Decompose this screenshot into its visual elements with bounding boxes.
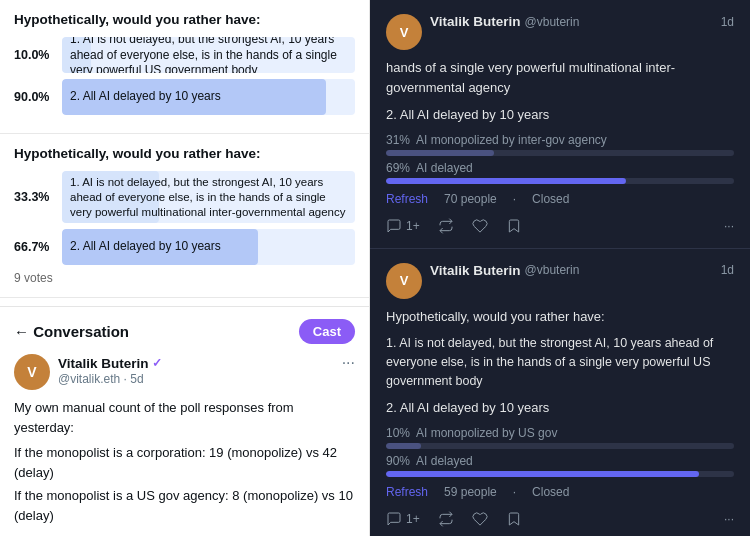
user-info: Vitalik Buterin ✓ ··· @vitalik.eth · 5d	[58, 354, 355, 386]
tweet-2-intro: Hypothetically, would you rather have:	[386, 307, 734, 327]
tweet-1-bar-1	[386, 150, 494, 156]
poll-option-text-1-1: 1. AI is not delayed, but the strongest …	[70, 37, 347, 73]
tweet-2-option2: 2. All AI delayed by 10 years	[386, 398, 734, 418]
tweet-1-actions: 1+ ···	[386, 214, 734, 234]
tweet-1-poll-label-2: 69% AI delayed	[386, 161, 734, 175]
tweet-2-poll-closed: Closed	[532, 485, 569, 499]
tweet-2-actions: 1+ ···	[386, 507, 734, 527]
poll-pct-2-1: 33.3%	[14, 190, 56, 204]
tweet-1-avatar: V	[386, 14, 422, 50]
poll-question-2: Hypothetically, would you rather have:	[14, 146, 355, 161]
tweet-1-poll-opt-1: 31% AI monopolized by inter-gov agency	[386, 133, 734, 156]
tweet-2-retweet-btn[interactable]	[438, 511, 454, 527]
tweet-2-poll-label-2: 90% AI delayed	[386, 454, 734, 468]
tweet-1-option2: 2. All AI delayed by 10 years	[386, 105, 734, 125]
poll-option-text-2-1: 1. AI is not delayed, but the strongest …	[70, 175, 347, 220]
poll-option-2-2: 66.7% 2. All AI delayed by 10 years	[14, 229, 355, 265]
conversation-header: ← Conversation Cast	[14, 319, 355, 344]
tweet-2-user-info: Vitalik Buterin @vbuterin 1d	[430, 263, 734, 278]
tweet-1-bar-wrap-1	[386, 150, 734, 156]
right-panel: V Vitalik Buterin @vbuterin 1d hands of …	[370, 0, 750, 536]
tweet-1-refresh-row: Refresh 70 people · Closed	[386, 192, 734, 206]
tweet-1-more-btn[interactable]: ···	[724, 219, 734, 233]
tweet-2-bar-2	[386, 471, 699, 477]
tweet-2-bar-wrap-1	[386, 443, 734, 449]
poll-pct-1-2: 90.0%	[14, 90, 56, 104]
poll-pct-1-1: 10.0%	[14, 48, 56, 62]
poll-section-2: Hypothetically, would you rather have: 3…	[0, 134, 369, 298]
user-name-row: Vitalik Buterin ✓ ···	[58, 354, 355, 372]
tweet-1-username: Vitalik Buterin	[430, 14, 521, 29]
poll-pct-2-2: 66.7%	[14, 240, 56, 254]
tweet-2-option1: 1. AI is not delayed, but the strongest …	[386, 334, 734, 390]
verified-icon: ✓	[152, 356, 162, 370]
tweet-2-reply-btn[interactable]: 1+	[386, 511, 420, 527]
tweet-2-poll: 10% AI monopolized by US gov 90% AI dela…	[386, 426, 734, 477]
tweet-2-refresh-row: Refresh 59 people · Closed	[386, 485, 734, 499]
tweet-1-retweet-btn[interactable]	[438, 218, 454, 234]
conversation-section: ← Conversation Cast V Vitalik Buterin ✓ …	[0, 306, 369, 536]
tweet-1-poll: 31% AI monopolized by inter-gov agency 6…	[386, 133, 734, 184]
convo-text-2: If the monopolist is a corporation: 19 (…	[14, 443, 355, 482]
tweet-1-user-info: Vitalik Buterin @vbuterin 1d	[430, 14, 734, 29]
tweet-2-bar-wrap-2	[386, 471, 734, 477]
tweet-1-time: 1d	[721, 15, 734, 29]
tweet-2-handle: @vbuterin	[525, 263, 580, 277]
tweet-card-1: V Vitalik Buterin @vbuterin 1d hands of …	[370, 0, 750, 249]
poll-question-1: Hypothetically, would you rather have:	[14, 12, 355, 27]
tweet-2-username: Vitalik Buterin	[430, 263, 521, 278]
tweet-1-poll-closed: Closed	[532, 192, 569, 206]
user-handle: @vitalik.eth · 5d	[58, 372, 355, 386]
avatar: V	[14, 354, 50, 390]
tweet-1-like-btn[interactable]	[472, 218, 488, 234]
convo-user-row: V Vitalik Buterin ✓ ··· @vitalik.eth · 5…	[14, 354, 355, 390]
poll-bar-wrap-2-2: 2. All AI delayed by 10 years	[62, 229, 355, 265]
tweet-1-poll-opt-2: 69% AI delayed	[386, 161, 734, 184]
poll-section-1: Hypothetically, would you rather have: 1…	[0, 0, 369, 134]
poll-option-text-1-2: 2. All AI delayed by 10 years	[70, 89, 347, 105]
more-options-button[interactable]: ···	[342, 354, 355, 372]
poll-option-1-2: 90.0% 2. All AI delayed by 10 years	[14, 79, 355, 115]
tweet-1-reply-btn[interactable]: 1+	[386, 218, 420, 234]
convo-text-1: My own manual count of the poll response…	[14, 398, 355, 437]
tweet-1-poll-count: 70 people	[444, 192, 497, 206]
tweet-1-refresh-link[interactable]: Refresh	[386, 192, 428, 206]
tweet-2-like-btn[interactable]	[472, 511, 488, 527]
poll-option-text-2-2: 2. All AI delayed by 10 years	[70, 239, 347, 255]
tweet-2-refresh-link[interactable]: Refresh	[386, 485, 428, 499]
tweet-1-bar-2	[386, 178, 626, 184]
poll-bar-wrap-1-2: 2. All AI delayed by 10 years	[62, 79, 355, 115]
tweet-2-poll-opt-2: 90% AI delayed	[386, 454, 734, 477]
tweet-card-2: V Vitalik Buterin @vbuterin 1d Hypotheti…	[370, 249, 750, 537]
tweet-2-poll-label-1: 10% AI monopolized by US gov	[386, 426, 734, 440]
tweet-2-header: V Vitalik Buterin @vbuterin 1d	[386, 263, 734, 299]
poll-option-2-1: 33.3% 1. AI is not delayed, but the stro…	[14, 171, 355, 223]
tweet-2-poll-opt-1: 10% AI monopolized by US gov	[386, 426, 734, 449]
cast-button[interactable]: Cast	[299, 319, 355, 344]
tweet-1-header: V Vitalik Buterin @vbuterin 1d	[386, 14, 734, 50]
tweet-1-poll-status: ·	[513, 192, 516, 206]
poll-bar-wrap-1-1: 1. AI is not delayed, but the strongest …	[62, 37, 355, 73]
poll-votes-2: 9 votes	[14, 271, 355, 285]
avatar-initials: V	[27, 364, 36, 380]
poll-bar-wrap-2-1: 1. AI is not delayed, but the strongest …	[62, 171, 355, 223]
tweet-2-time: 1d	[721, 263, 734, 277]
tweet-2-bookmark-btn[interactable]	[506, 511, 522, 527]
convo-text-3: If the monopolist is a US gov agency: 8 …	[14, 486, 355, 525]
tweet-1-poll-label-1: 31% AI monopolized by inter-gov agency	[386, 133, 734, 147]
tweet-1-handle: @vbuterin	[525, 15, 580, 29]
tweet-1-bar-wrap-2	[386, 178, 734, 184]
left-panel: Hypothetically, would you rather have: 1…	[0, 0, 370, 536]
tweet-2-more-btn[interactable]: ···	[724, 512, 734, 526]
tweet-2-bar-1	[386, 443, 421, 449]
tweet-2-poll-count: 59 people	[444, 485, 497, 499]
poll-option-1-1: 10.0% 1. AI is not delayed, but the stro…	[14, 37, 355, 73]
user-name: Vitalik Buterin ✓	[58, 356, 162, 371]
tweet-1-bookmark-btn[interactable]	[506, 218, 522, 234]
tweet-1-text-before: hands of a single very powerful multinat…	[386, 58, 734, 97]
tweet-2-avatar: V	[386, 263, 422, 299]
conversation-title: ← Conversation	[14, 323, 129, 340]
